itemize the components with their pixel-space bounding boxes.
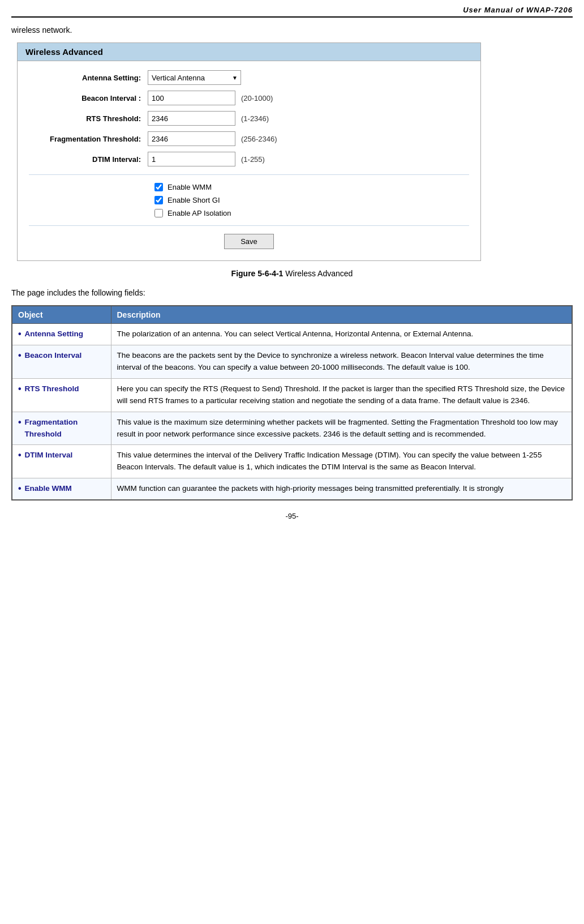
- bullet-icon: •: [18, 483, 22, 495]
- description-table: Object Description • Antenna Setting The…: [11, 305, 573, 500]
- enable-wmm-checkbox[interactable]: [154, 183, 163, 191]
- col-header-object: Object: [12, 306, 111, 324]
- save-button[interactable]: Save: [224, 234, 274, 249]
- dtim-interval-input[interactable]: [148, 152, 235, 166]
- desc-cell-dtim: This value determines the interval of th…: [111, 445, 572, 478]
- wireless-panel: Wireless Advanced Antenna Setting: Verti…: [17, 42, 481, 261]
- figure-caption-bold: Figure 5-6-4-1: [231, 269, 284, 278]
- beacon-interval-input[interactable]: [148, 91, 235, 105]
- save-row: Save: [29, 234, 469, 249]
- desc-cell-wmm: WMM function can guarantee the packets w…: [111, 478, 572, 500]
- frag-hint: (256-2346): [241, 135, 277, 143]
- dtim-interval-label: DTIM Interval:: [29, 155, 148, 164]
- enable-short-gi-checkbox[interactable]: [154, 196, 163, 204]
- table-row: • RTS Threshold Here you can specify the…: [12, 378, 572, 412]
- object-cell-frag: • Fragmentation Threshold: [12, 412, 111, 445]
- frag-threshold-input[interactable]: [148, 131, 235, 146]
- panel-header: Wireless Advanced: [18, 43, 480, 61]
- table-row: • DTIM Interval This value determines th…: [12, 445, 572, 478]
- page-footer: -95-: [11, 512, 573, 520]
- desc-cell-antenna: The polarization of an antenna. You can …: [111, 324, 572, 345]
- bullet-icon: •: [18, 350, 22, 362]
- beacon-interval-label: Beacon Interval :: [29, 94, 148, 102]
- panel-divider-2: [29, 225, 469, 226]
- header-title: User Manual of WNAP-7206: [463, 6, 573, 14]
- table-row: • Enable WMM WMM function can guarantee …: [12, 478, 572, 500]
- object-cell-dtim: • DTIM Interval: [12, 445, 111, 478]
- object-cell-wmm: • Enable WMM: [12, 478, 111, 500]
- antenna-input-group: Vertical Antenna Horizontal Antenna Exte…: [148, 70, 241, 85]
- bullet-icon: •: [18, 450, 22, 461]
- bullet-icon: •: [18, 328, 22, 340]
- object-cell-antenna: • Antenna Setting: [12, 324, 111, 345]
- panel-divider: [29, 174, 469, 175]
- figure-caption: Figure 5-6-4-1 Wireless Advanced: [11, 269, 573, 278]
- intro-text: wireless network.: [11, 25, 573, 35]
- dtim-interval-row: DTIM Interval: (1-255): [29, 152, 469, 166]
- rts-hint: (1-2346): [241, 114, 269, 123]
- dtim-hint: (1-255): [241, 155, 265, 164]
- enable-short-gi-label: Enable Short GI: [168, 196, 220, 204]
- table-row: • Beacon Interval The beacons are the pa…: [12, 345, 572, 378]
- antenna-select[interactable]: Vertical Antenna Horizontal Antenna Exte…: [148, 70, 241, 85]
- col-header-description: Description: [111, 306, 572, 324]
- beacon-interval-hint: (20-1000): [241, 94, 273, 102]
- enable-ap-isolation-checkbox[interactable]: [154, 209, 163, 217]
- frag-threshold-label: Fragmentation Threshold:: [29, 135, 148, 143]
- page-number: -95-: [285, 512, 298, 520]
- enable-wmm-label: Enable WMM: [168, 183, 212, 191]
- page-header: User Manual of WNAP-7206: [11, 6, 573, 18]
- antenna-setting-label: Antenna Setting:: [29, 74, 148, 82]
- object-cell-beacon: • Beacon Interval: [12, 345, 111, 378]
- antenna-setting-row: Antenna Setting: Vertical Antenna Horizo…: [29, 70, 469, 85]
- panel-body: Antenna Setting: Vertical Antenna Horizo…: [18, 61, 480, 260]
- bullet-icon: •: [18, 417, 22, 429]
- dtim-input-group: (1-255): [148, 152, 265, 166]
- bullet-icon: •: [18, 383, 22, 395]
- enable-ap-isolation-label: Enable AP Isolation: [168, 209, 231, 217]
- desc-cell-frag: This value is the maximum size determini…: [111, 412, 572, 445]
- rts-threshold-label: RTS Threshold:: [29, 114, 148, 123]
- desc-cell-rts: Here you can specify the RTS (Request to…: [111, 378, 572, 412]
- enable-ap-isolation-row: Enable AP Isolation: [154, 209, 469, 217]
- section-desc: The page includes the following fields:: [11, 288, 573, 297]
- enable-short-gi-row: Enable Short GI: [154, 196, 469, 204]
- enable-wmm-row: Enable WMM: [154, 183, 469, 191]
- frag-input-group: (256-2346): [148, 131, 277, 146]
- beacon-input-group: (20-1000): [148, 91, 273, 105]
- table-row: • Antenna Setting The polarization of an…: [12, 324, 572, 345]
- desc-cell-beacon: The beacons are the packets sent by the …: [111, 345, 572, 378]
- rts-threshold-input[interactable]: [148, 111, 235, 126]
- figure-caption-text: Wireless Advanced: [283, 269, 353, 278]
- rts-threshold-row: RTS Threshold: (1-2346): [29, 111, 469, 126]
- frag-threshold-row: Fragmentation Threshold: (256-2346): [29, 131, 469, 146]
- rts-input-group: (1-2346): [148, 111, 269, 126]
- antenna-select-wrapper: Vertical Antenna Horizontal Antenna Exte…: [148, 70, 241, 85]
- table-row: • Fragmentation Threshold This value is …: [12, 412, 572, 445]
- object-cell-rts: • RTS Threshold: [12, 378, 111, 412]
- beacon-interval-row: Beacon Interval : (20-1000): [29, 91, 469, 105]
